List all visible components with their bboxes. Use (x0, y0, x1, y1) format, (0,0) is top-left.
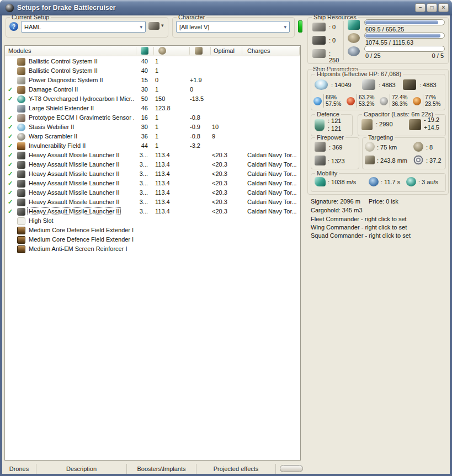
module-optimal-value: 10 (212, 124, 219, 130)
tab-projected-effects[interactable]: Projected effects (196, 464, 276, 474)
missile-launcher-icon (17, 170, 25, 178)
close-button[interactable]: × (438, 3, 449, 12)
window-title: Setups for Drake Battlecruiser (17, 4, 116, 12)
module-name: Prototype ECCM I Gravimetric Sensor ... (28, 114, 134, 121)
module-name: Medium Core Defence Field Extender I (28, 236, 134, 243)
hardpoint-value: : 250 (329, 50, 342, 63)
module-row[interactable]: Large Shield Extender II46123.8 (5, 104, 300, 114)
module-cpu-value: 50 (127, 95, 148, 102)
module-row[interactable]: ✓Prototype ECCM I Gravimetric Sensor ...… (5, 114, 300, 123)
module-row[interactable]: ✓Heavy Assault Missile Launcher II3...11… (5, 189, 300, 198)
fleet-commander-line[interactable]: Fleet Commander - right click to set (311, 216, 407, 222)
resource-bar-text: 0 / 25 (365, 52, 381, 59)
restore-button[interactable]: □ (427, 3, 437, 12)
module-row[interactable]: ✓Heavy Assault Missile Launcher II3...11… (5, 179, 300, 189)
module-row[interactable]: ✓Damage Control II3010 (5, 85, 300, 95)
module-row[interactable]: ✓Warp Scrambler II361-0.89 (5, 132, 300, 142)
module-name: Ballistic Control System II (28, 58, 99, 65)
module-row[interactable]: ✓Stasis Webifier II301-0.910 (5, 123, 300, 132)
module-row[interactable]: Ballistic Control System II401 (5, 57, 300, 67)
checkmark-icon: ✓ (8, 142, 15, 149)
module-charges-value: Caldari Navy Tor... (247, 152, 297, 158)
module-powergrid-value: 1 (155, 86, 158, 93)
hardpoint-value: : 0 (329, 37, 336, 44)
character-group: Character [All level V] ▾ (172, 17, 295, 38)
module-name: Heavy Assault Missile Launcher II (28, 152, 120, 158)
armor-resist-value: 23.5% (423, 101, 440, 108)
empty-high-slot-icon (17, 217, 25, 225)
tab-boosters-implants[interactable]: Boosters\Implants (127, 464, 196, 474)
column-optimal[interactable]: Optimal (214, 47, 235, 54)
resource-bars: 609.5 / 656.251074.55 / 1115.630 / 250 /… (344, 19, 445, 59)
hardpoint-row: : 0 (312, 22, 342, 35)
character-skill-indicator (298, 20, 302, 33)
column-charges[interactable]: Charges (247, 47, 270, 54)
align-time-icon (369, 177, 379, 186)
module-row[interactable]: ✓Y-T8 Overcharged Hydrocarbon I Micr...5… (5, 95, 300, 104)
wing-commander-line[interactable]: Wing Commander - right click to set (311, 224, 407, 231)
character-combobox[interactable]: [All level V] ▾ (176, 21, 290, 33)
ship-menu-icon[interactable] (148, 22, 159, 30)
module-powergrid-value: 113.4 (155, 161, 170, 168)
splitter-grip[interactable] (280, 465, 303, 472)
module-capacitor-value: -13.5 (190, 95, 204, 102)
module-cpu-value: 36 (127, 133, 148, 140)
module-row[interactable]: High Slot (5, 217, 300, 226)
module-row[interactable]: ✓Heavy Assault Missile Launcher II3...11… (5, 170, 300, 179)
cpu-icon[interactable] (141, 47, 148, 55)
max-targets-value: : 8 (426, 144, 433, 151)
capacitor-group: Capacitor (Lasts: 6m 22s) : 2990 - 19.2 … (358, 114, 446, 136)
tab-drones[interactable]: Drones (2, 464, 36, 474)
titlebar[interactable]: Setups for Drake Battlecruiser – □ × (0, 0, 452, 15)
module-capacitor-value: 0 (190, 86, 193, 93)
module-optimal-value: <20.3 (212, 208, 227, 215)
ballistic-control-icon (17, 67, 25, 75)
ship-menu-arrow-icon[interactable]: ▾ (161, 23, 164, 28)
column-modules[interactable]: Modules (8, 47, 31, 54)
module-row[interactable]: Ballistic Control System II401 (5, 67, 300, 76)
module-name: Large Shield Extender II (28, 105, 95, 111)
module-charges-value: Caldari Navy Tor... (247, 161, 297, 168)
modules-list-header[interactable]: Modules Optimal Charges (5, 46, 300, 56)
module-name: Heavy Assault Missile Launcher II (28, 189, 120, 196)
module-capacitor-value: -3.2 (190, 142, 200, 149)
module-row[interactable]: Medium Core Defence Field Extender I (5, 236, 300, 245)
hitpoints-group: Hitpoints (Effective HP: 67,068) : 14049… (311, 74, 445, 110)
powergrid-icon[interactable] (158, 47, 166, 55)
cpu-icon (348, 20, 360, 30)
module-row[interactable]: ✓Heavy Assault Missile Launcher II3...11… (5, 198, 300, 207)
missile-launcher-icon (17, 180, 25, 188)
module-row[interactable]: ✓Heavy Assault Missile Launcher II3...11… (5, 207, 300, 217)
module-row[interactable]: ✓Heavy Assault Missile Launcher II3...11… (5, 161, 300, 170)
capacitor-icon[interactable] (195, 47, 203, 55)
module-powergrid-value: 113.4 (155, 199, 170, 205)
armor-hp-icon (362, 79, 375, 90)
module-capacitor-value: -0.9 (190, 124, 200, 130)
module-row[interactable]: Power Diagnostic System II150+1.9 (5, 76, 300, 85)
resource-bar-text-right: 0 / 5 (432, 52, 444, 59)
character-label: Character (177, 15, 206, 20)
module-row[interactable]: ✓Heavy Assault Missile Launcher II3...11… (5, 151, 300, 161)
module-cpu-value: 3... (127, 170, 148, 177)
squad-commander-line[interactable]: Squad Commander - right click to set (311, 232, 411, 239)
resist-list: 66%57.5%63.2%53.2%72.4%36.3%77%23.5% (313, 93, 444, 109)
powergrid-icon (348, 33, 360, 43)
setup-combobox[interactable]: HAML ▾ (21, 21, 146, 33)
module-row[interactable]: Medium Core Defence Field Extender I (5, 226, 300, 236)
shield-resist-value: 77% (423, 94, 440, 101)
minimize-button[interactable]: – (415, 3, 426, 12)
module-row[interactable]: Medium Anti-EM Screen Reinforcer I (5, 245, 300, 254)
help-icon[interactable]: ? (9, 22, 18, 31)
shield-resist-value: 72.4% (390, 94, 407, 101)
resource-bar-fill (365, 20, 438, 24)
module-name: Heavy Assault Missile Launcher II (28, 170, 120, 177)
resist-cell: 77%23.5% (413, 93, 440, 109)
stasis-webifier-icon (17, 124, 25, 131)
tab-description[interactable]: Description (36, 464, 127, 474)
modules-list[interactable]: Modules Optimal Charges Ballistic Contro… (4, 45, 301, 461)
module-cpu-value: 15 (127, 77, 148, 83)
module-row[interactable]: ✓Invulnerability Field II441-3.2 (5, 142, 300, 151)
character-combobox-value: [All level V] (179, 24, 209, 30)
module-cpu-value: 30 (127, 124, 148, 130)
module-cpu-value: 3... (127, 180, 148, 186)
